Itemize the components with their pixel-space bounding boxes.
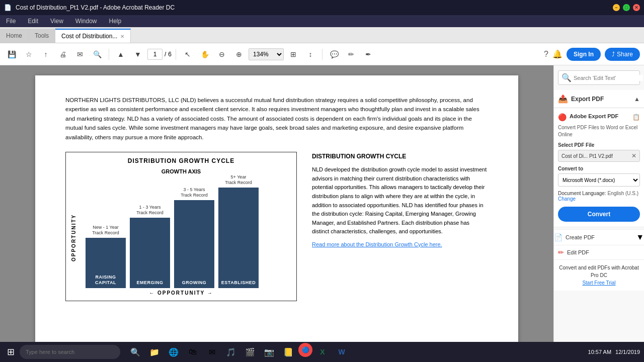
start-button[interactable]: ⊞ (4, 346, 18, 357)
panel-search-box: 🔍 (558, 70, 640, 85)
panel-search-input[interactable] (574, 75, 643, 81)
menu-edit[interactable]: Edit (26, 17, 40, 26)
export-header-left: 📤 Export PDF (558, 94, 604, 104)
taskbar-app-store[interactable]: 🛍 (184, 343, 202, 361)
taskbar-app-onenote[interactable]: 📒 (279, 343, 297, 361)
intro-text: NORTHERN LIGHTS DISTRIBUTORS, LLC (NLD) … (65, 96, 488, 142)
edit-pdf-left: ✏ Edit PDF (558, 248, 589, 256)
taskbar-app-groove[interactable]: 🎵 (222, 343, 240, 361)
help-button[interactable]: ? (544, 50, 548, 59)
menu-view[interactable]: View (48, 17, 65, 26)
zoom-select[interactable]: 134% 100% 75% 150% (249, 48, 284, 60)
page-down-button[interactable]: ▼ (130, 47, 145, 62)
page-up-button[interactable]: ▲ (113, 47, 128, 62)
export-chevron-icon: ▲ (634, 96, 640, 103)
zoom-in-button[interactable]: ⊕ (231, 47, 247, 62)
edit-pdf-row[interactable]: ✏ Edit PDF (554, 245, 644, 260)
share-icon: ⤴ (612, 51, 615, 58)
taskbar-time: 10:57 AM (588, 349, 611, 355)
dgc-read-more-link[interactable]: Read more about the Distribution Growth … (312, 241, 442, 247)
dgc-chart: DISTRIBUTION GROWTH CYCLE GROWTH AXIS OP… (65, 152, 297, 301)
minimize-button[interactable]: − (613, 4, 620, 11)
taskbar-date: 12/1/2019 (615, 349, 640, 355)
remove-file-button[interactable]: ✕ (631, 152, 636, 159)
fit-page-button[interactable]: ⊞ (286, 47, 301, 62)
share-button[interactable]: ⤴ Share (605, 48, 640, 61)
taskbar-app-file-explorer[interactable]: 📁 (145, 343, 164, 361)
dgc-description: DISTRIBUTION GROWTH CYCLE NLD developed … (312, 152, 488, 301)
menu-help[interactable]: Help (107, 17, 124, 26)
taskbar-app-cortana[interactable]: 🔍 (126, 343, 144, 361)
sign-in-button[interactable]: Sign In (567, 48, 601, 61)
taskbar-app-photos[interactable]: 📷 (260, 343, 278, 361)
bar-label-top-3: 5+ YearTrack Record (225, 174, 252, 186)
search-button[interactable]: 🔍 (90, 47, 105, 62)
tab-document[interactable]: Cost of Distribution... ✕ (55, 29, 131, 43)
close-button[interactable]: ✕ (633, 4, 640, 11)
bar-text-1: EMERGING (134, 278, 165, 288)
bookmark-button[interactable]: ☆ (21, 47, 36, 62)
email-button[interactable]: ✉ (72, 47, 88, 62)
tab-bar: Home Tools Cost of Distribution... ✕ (0, 27, 644, 43)
chart-title: DISTRIBUTION GROWTH CYCLE (71, 157, 291, 164)
scroll-mode-button[interactable]: ↕ (303, 47, 318, 62)
adobe-export-icon: 🔴 (558, 113, 567, 121)
comment-button[interactable]: 💬 (327, 47, 342, 62)
convert-to-select[interactable]: Microsoft Word (*.docx) Microsoft Excel … (558, 173, 640, 187)
taskbar-right: 10:57 AM 12/1/2019 (588, 349, 640, 355)
menu-bar: File Edit View Window Help (0, 15, 644, 27)
convert-button[interactable]: Convert (558, 207, 640, 222)
convert-to-label: Convert to (558, 166, 640, 171)
page-total: 6 (168, 51, 172, 58)
pdf-viewer[interactable]: NORTHERN LIGHTS DISTRIBUTORS, LLC (NLD) … (0, 65, 553, 342)
taskbar-app-edge[interactable]: 🌐 (165, 343, 183, 361)
upload-button[interactable]: ↑ (38, 47, 53, 62)
highlight-button[interactable]: ✏ (344, 47, 359, 62)
menu-window[interactable]: Window (73, 17, 99, 26)
dgc-body-text: NLD developed the distribution growth cy… (312, 165, 488, 236)
edit-pdf-icon: ✏ (558, 248, 564, 256)
tab-home[interactable]: Home (0, 29, 29, 43)
page-number-input[interactable] (147, 49, 163, 60)
export-pdf-header[interactable]: 📤 Export PDF ▲ (554, 90, 644, 108)
taskbar-apps: 🔍 📁 🌐 🛍 ✉ 🎵 🎬 📷 📒 🔵 X W (126, 343, 351, 361)
taskbar-search-input[interactable] (20, 345, 120, 359)
separator-1 (109, 49, 109, 60)
tab-tools[interactable]: Tools (29, 29, 55, 43)
save-button[interactable]: 💾 (4, 47, 19, 62)
zoom-out-button[interactable]: ⊖ (214, 47, 229, 62)
bar-text-3: ESTABLISHED (219, 278, 258, 288)
bar-label-top-2: 3 - 5 YearsTrack Record (181, 187, 208, 198)
taskbar-app-word[interactable]: W (333, 343, 351, 361)
tab-close-icon[interactable]: ✕ (120, 34, 124, 39)
print-button[interactable]: 🖨 (55, 47, 70, 62)
create-pdf-label: Create PDF (566, 234, 595, 240)
tab-document-label: Cost of Distribution... (61, 33, 117, 40)
draw-button[interactable]: ✒ (361, 47, 376, 62)
taskbar-app-excel[interactable]: X (313, 343, 332, 361)
taskbar-app-mail[interactable]: ✉ (203, 343, 221, 361)
right-panel: 🔍 📤 Export PDF ▲ 🔴 Adobe Export PDF 📋 Co… (553, 65, 644, 342)
bar-text-2: GROWING (180, 278, 209, 288)
selected-file-display: Cost of Di... Pt1 V2.pdf ✕ (558, 150, 640, 162)
dgc-section: DISTRIBUTION GROWTH CYCLE GROWTH AXIS OP… (65, 152, 488, 301)
create-pdf-row[interactable]: 📄 Create PDF ▼ (554, 229, 644, 245)
bar-group-1: 1 - 3 YearsTrack Record EMERGING (130, 205, 170, 288)
hand-tool-button[interactable]: ✋ (197, 47, 212, 62)
taskbar-app-chrome[interactable]: 🔵 (298, 343, 312, 357)
separator-2 (176, 49, 176, 60)
notifications-button[interactable]: 🔔 (552, 49, 562, 59)
taskbar-app-films[interactable]: 🎬 (241, 343, 259, 361)
select-tool-button[interactable]: ↖ (180, 47, 195, 62)
separator-3 (322, 49, 323, 60)
app-icon: 📄 (4, 4, 12, 11)
change-language-link[interactable]: Change (558, 196, 576, 202)
upsell-text: Convert and edit PDFs with Acrobat Pro D… (558, 264, 640, 279)
bar-group-2: 3 - 5 YearsTrack Record GROWING (174, 187, 214, 288)
menu-file[interactable]: File (4, 17, 18, 26)
maximize-button[interactable]: □ (623, 4, 630, 11)
window-controls: − □ ✕ (613, 4, 640, 11)
start-trial-link[interactable]: Start Free Trial (582, 280, 615, 286)
share-label: Share (617, 51, 633, 58)
main-area: NORTHERN LIGHTS DISTRIBUTORS, LLC (NLD) … (0, 65, 644, 342)
